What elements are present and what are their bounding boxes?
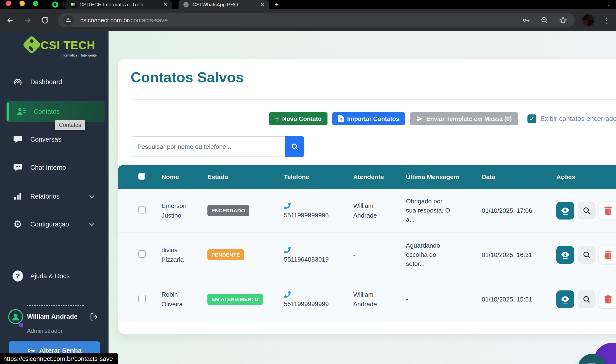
active-indicator: [7, 103, 9, 121]
delete-contact-button[interactable]: [599, 246, 616, 264]
last-message: -: [406, 295, 453, 304]
sidebar-item-label: Relatórios: [30, 193, 60, 200]
password-manager-key-icon[interactable]: [522, 16, 530, 24]
address-bar[interactable]: csiconnect.com.br/contacts-save: [58, 13, 575, 27]
file-upload-icon: [338, 115, 344, 122]
title-divider: [131, 99, 616, 100]
col-header-atendente: Atendente: [353, 173, 406, 181]
gear-icon: ⚙: [13, 219, 23, 230]
sidebar-item-chat-interno[interactable]: Chat Interno: [6, 157, 105, 178]
close-window-button[interactable]: [6, 1, 11, 6]
minimize-window-button[interactable]: [19, 1, 25, 6]
select-all-checkbox[interactable]: [138, 173, 145, 180]
close-tab-icon[interactable]: ✕: [260, 1, 265, 8]
new-contact-button[interactable]: + Novo Contato: [269, 112, 327, 125]
sidebar-item-ajuda-docs[interactable]: ? Ajuda & Docs: [6, 265, 105, 286]
tab-search-chevron-icon[interactable]: ⌄: [603, 0, 614, 8]
back-button[interactable]: [5, 15, 16, 26]
reload-button[interactable]: [40, 15, 51, 26]
url-text[interactable]: csiconnect.com.br/contacts-save: [80, 17, 522, 24]
row-checkbox[interactable]: [138, 250, 146, 258]
logout-icon[interactable]: [90, 312, 98, 321]
contact-name: divina Pizzaria: [161, 245, 198, 265]
col-header-ultima-mensagem: Última Mensagem: [406, 173, 482, 181]
sidebar-divider: [4, 259, 104, 260]
sidebar: CSI TECH Informática Inteligente Dashboa…: [0, 31, 108, 364]
maximize-window-button[interactable]: [33, 1, 38, 6]
view-contact-button[interactable]: [556, 202, 574, 220]
globe-favicon-icon: [183, 1, 189, 8]
trash-icon: [604, 295, 612, 303]
sidebar-item-conversas[interactable]: Conversas: [6, 129, 105, 150]
col-header-data: Data: [482, 173, 556, 181]
csi-tech-logo-icon: [22, 35, 41, 54]
table-row: Robin Oliveira EM ATENDIMENTO 5511999999…: [118, 277, 616, 322]
inspect-contact-button[interactable]: [578, 202, 596, 220]
bulk-template-button[interactable]: Enviar Template em Massa (0): [410, 112, 518, 125]
show-closed-filter[interactable]: ✓ Exibir contatos encerrados: [527, 115, 616, 123]
link-status-bar: https://csiconnect.com.br/contacts-save: [0, 353, 118, 364]
row-checkbox[interactable]: [138, 206, 146, 213]
view-contact-button[interactable]: [556, 246, 574, 264]
eye-icon: [561, 295, 570, 304]
phone-icon: [284, 202, 291, 209]
help-icon: ?: [13, 271, 23, 281]
chevron-down-icon[interactable]: [88, 193, 95, 200]
logo-subtitle: Informática Inteligente: [61, 53, 97, 57]
search-input[interactable]: [131, 136, 285, 157]
browser-profile-avatar[interactable]: [582, 14, 594, 26]
status-badge: ENCERRADO: [207, 205, 249, 216]
browser-menu-icon[interactable]: ⋮: [602, 16, 611, 25]
search-row: [131, 136, 304, 157]
phone-icon: [284, 291, 291, 298]
inspect-contact-button[interactable]: [578, 290, 596, 308]
tab-title: CSITECH Informática | Trello: [80, 2, 160, 7]
chevron-down-icon[interactable]: [88, 221, 95, 228]
sidebar-divider: [4, 299, 104, 299]
sidebar-item-configuracao[interactable]: ⚙ Configuração: [6, 214, 105, 235]
contacts-icon: [16, 106, 27, 117]
phone-number: 5511999999999: [284, 300, 329, 308]
search-button[interactable]: [285, 136, 304, 157]
view-contact-button[interactable]: [556, 290, 574, 308]
sidebar-item-label: Conversas: [30, 136, 61, 143]
delete-contact-button[interactable]: [599, 202, 616, 220]
magnifier-icon: [582, 295, 591, 304]
logo-title: CSI TECH: [40, 39, 95, 52]
col-header-telefone: Telefone: [284, 173, 353, 181]
status-badge: EM ATENDIMENTO: [207, 294, 263, 305]
user-status-dot: [19, 323, 23, 327]
sidebar-item-label: Chat Interno: [30, 164, 66, 171]
phone-number: 5511999999996: [284, 212, 329, 219]
user-avatar: [8, 309, 23, 324]
delete-contact-button[interactable]: [599, 290, 616, 308]
row-checkbox[interactable]: [138, 295, 146, 302]
inspect-contact-button[interactable]: [578, 246, 596, 264]
page-title: Contatos Salvos: [131, 69, 244, 86]
tab-separator: [63, 2, 64, 7]
page-background: CSI TECH Informática Inteligente Dashboa…: [0, 31, 616, 364]
sidebar-item-dashboard[interactable]: Dashboard: [6, 71, 105, 92]
sidebar-item-relatorios[interactable]: Relatórios: [6, 186, 105, 207]
new-tab-button[interactable]: +: [272, 0, 281, 9]
pinned-tab-spotify[interactable]: [51, 0, 60, 9]
contacts-table: Nome Estado Telefone Atendente Última Me…: [118, 165, 616, 322]
tab-trello[interactable]: CSITECH Informática | Trello ✕: [66, 0, 172, 9]
tab-csi-whatsapp-pro[interactable]: CSI WhatsApp PRO ✕: [179, 0, 269, 9]
agent-name: -: [353, 250, 387, 260]
checked-checkbox[interactable]: ✓: [527, 115, 536, 123]
status-badge: PENDENTE: [207, 249, 244, 260]
agent-name: William Andrade: [353, 290, 387, 309]
sidebar-item-contatos[interactable]: Contatos: [6, 101, 105, 122]
zoom-out-icon[interactable]: [540, 16, 549, 24]
bookmark-star-icon[interactable]: [559, 16, 567, 25]
site-settings-icon[interactable]: [63, 15, 74, 26]
forward-button[interactable]: [22, 15, 33, 26]
import-contacts-button[interactable]: Importar Contatos: [332, 112, 405, 125]
table-row: Emerson Justino ENCERRADO 5511999999996 …: [118, 189, 616, 233]
filter-label: Exibir contatos encerrados: [540, 115, 616, 123]
url-host: csiconnect.com.br: [80, 17, 129, 24]
sidebar-item-label: Contatos: [34, 108, 60, 115]
paper-plane-icon: [416, 115, 423, 122]
close-tab-icon[interactable]: ✕: [163, 1, 167, 8]
